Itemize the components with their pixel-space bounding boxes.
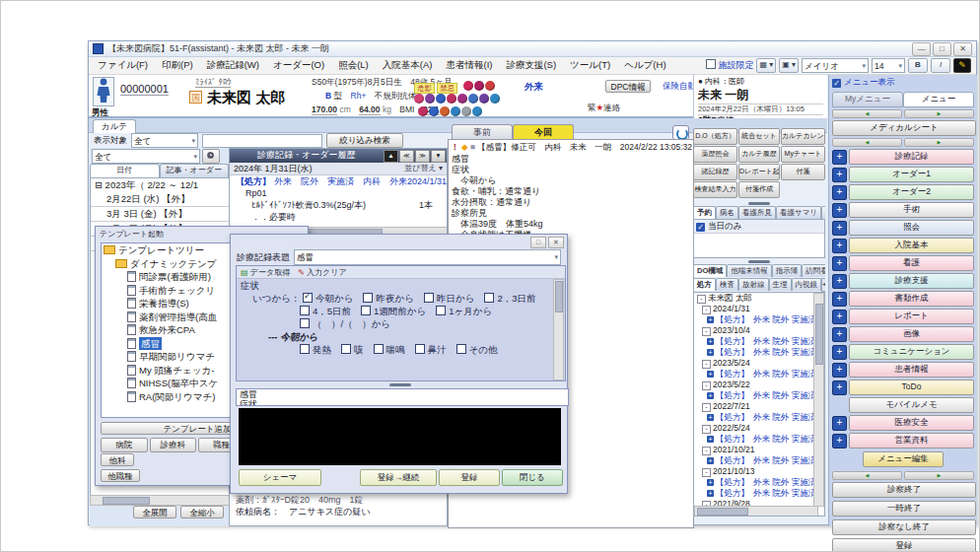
- close-dialog-button[interactable]: 閉じる: [502, 469, 563, 486]
- form-checkbox[interactable]: 2，3日前: [484, 293, 535, 304]
- shortcut-button[interactable]: 付箋作成: [738, 181, 780, 198]
- plus-icon[interactable]: +: [832, 380, 847, 395]
- shortcut-button[interactable]: 付箋: [781, 164, 825, 180]
- menu-item[interactable]: ヘルプ(H): [617, 57, 672, 72]
- tree-toggle-icon[interactable]: [707, 338, 714, 345]
- shortcut-button[interactable]: D.O（処方）: [693, 128, 737, 145]
- menu-item[interactable]: ファイル(F): [91, 57, 155, 72]
- tab-menu[interactable]: メニュー: [903, 92, 974, 107]
- tree-toggle-icon[interactable]: [702, 306, 711, 314]
- order-type-tab[interactable]: 処方: [693, 278, 716, 291]
- tab-karte[interactable]: カルテ: [93, 119, 136, 134]
- form-checkbox[interactable]: 昨夜から: [363, 293, 413, 304]
- do-history-row[interactable]: 【処方】外来 院外 実施済 内: [694, 314, 816, 325]
- plus-icon[interactable]: +: [832, 292, 847, 307]
- sidebar-menu-item[interactable]: + 医療安全: [832, 415, 974, 431]
- form-checkbox[interactable]: （ ）/（ ）から: [300, 318, 390, 329]
- session-action-button[interactable]: 診察なし終了: [832, 519, 976, 535]
- fetch-data-button[interactable]: ▤ データ取得: [241, 267, 290, 278]
- sidebar-menu-item[interactable]: + 診療記録: [832, 149, 974, 165]
- plus-icon[interactable]: +: [832, 168, 847, 182]
- form-checkbox[interactable]: 咳: [341, 344, 364, 355]
- plus-icon[interactable]: +: [832, 256, 847, 271]
- refresh-icon[interactable]: [672, 125, 689, 140]
- session-action-button[interactable]: 登録: [832, 538, 976, 552]
- plus-icon[interactable]: +: [832, 345, 847, 360]
- do-history-row[interactable]: 【処方】外来 院外 実施済 内: [694, 369, 816, 380]
- category-hospital-button[interactable]: 病院: [101, 438, 148, 452]
- sidebar-menu-item[interactable]: + オーダー2: [832, 184, 974, 200]
- font-family-select[interactable]: メイリオ▾: [802, 58, 869, 73]
- sidebar-menu-item[interactable]: + レポート: [832, 309, 974, 324]
- menu-item[interactable]: オーダー(O): [266, 57, 331, 72]
- order-type-tab[interactable]: 生理: [769, 278, 792, 291]
- tree-toggle-icon[interactable]: [702, 447, 711, 455]
- do-history-row[interactable]: 【処方】外来 院外 実施済 内: [694, 336, 816, 347]
- menu-item[interactable]: ツール(T): [563, 57, 617, 72]
- tab-scroll-left-icon[interactable]: ◀: [821, 278, 825, 292]
- reservation-tab[interactable]: 紹介状: [821, 206, 825, 219]
- sidebar-menu-item[interactable]: + コミュニケーション: [832, 344, 974, 360]
- do-area-tab[interactable]: DO欄域: [693, 264, 727, 277]
- menu-item[interactable]: 診療記録(W): [200, 57, 266, 72]
- reservation-tab[interactable]: 看護所見: [738, 206, 776, 219]
- register-button[interactable]: 登録: [439, 469, 500, 486]
- tree-root-row[interactable]: ⊟ 2023年（ 2/22 ～ 12/1: [91, 178, 230, 192]
- sidebar-menu-item[interactable]: + 照会: [832, 220, 974, 236]
- shortcut-button[interactable]: Dレポート起動: [738, 164, 780, 180]
- facility-limit-checkbox[interactable]: 施設限定: [706, 59, 753, 72]
- schema-button[interactable]: シェーマ: [239, 469, 321, 486]
- tree-toggle-icon[interactable]: [702, 360, 711, 369]
- tree-toggle-icon[interactable]: [702, 403, 711, 412]
- session-action-button[interactable]: 一時終了: [832, 501, 976, 517]
- filter-target-select[interactable]: 全て▾: [131, 133, 198, 148]
- shortcut-button[interactable]: Myチャート: [781, 146, 825, 163]
- template-dropdown-button[interactable]: ▣ ▾: [779, 58, 799, 73]
- tree-toggle-icon[interactable]: [702, 425, 711, 434]
- plus-icon[interactable]: +: [832, 327, 847, 342]
- collapse-all-button[interactable]: 全縮小: [180, 506, 224, 518]
- tree-toggle-icon[interactable]: [707, 316, 714, 323]
- plus-icon[interactable]: +: [832, 310, 847, 324]
- plus-icon[interactable]: +: [832, 416, 847, 431]
- order-type-tab[interactable]: 内視鏡: [792, 278, 822, 291]
- bold-button[interactable]: B: [908, 58, 928, 73]
- gear-icon[interactable]: [202, 149, 220, 164]
- rp-header-line[interactable]: 【処方】 外来 院外 実施済 内科 外来 2024/1/31: [230, 175, 447, 187]
- left-hscrollbar[interactable]: [90, 495, 231, 506]
- sidebar-menu-item[interactable]: + 画像: [832, 326, 974, 342]
- do-history-row[interactable]: 【処方】外来 院外 実施済 内: [694, 434, 816, 445]
- expand-all-button[interactable]: 全展開: [133, 506, 176, 518]
- sidebar-menu-item[interactable]: + 診療支援: [832, 273, 974, 289]
- do-history-row[interactable]: 2024/1/31: [694, 304, 816, 314]
- rp-drug-line[interactable]: ﾋﾙﾄﾞｲﾄﾞｿﾌﾄ軟膏0.3%(25g/本)1本: [230, 199, 447, 211]
- plus-icon[interactable]: +: [832, 363, 847, 378]
- do-history-row[interactable]: 2022/7/21: [694, 401, 816, 412]
- tree-date-row[interactable]: 3月 3日 (金) 【外】: [91, 207, 230, 222]
- menu-item[interactable]: 入院基本(A): [376, 57, 440, 72]
- highlight-pen-button[interactable]: ✎: [953, 58, 971, 73]
- other-department-button[interactable]: 他科: [101, 453, 134, 466]
- sidebar-menu-item[interactable]: + オーダー1: [832, 167, 974, 182]
- form-checkbox[interactable]: 1週間前から: [361, 306, 426, 316]
- rp-usage-line[interactable]: ．．必要時: [230, 211, 447, 223]
- rp-number[interactable]: Rp01: [230, 187, 447, 199]
- menu-pager[interactable]: ◀▶: [832, 138, 974, 147]
- tree-toggle-icon[interactable]: [702, 327, 711, 336]
- tab-prior[interactable]: 事前: [452, 124, 513, 140]
- order-type-tab[interactable]: 放射線: [738, 278, 769, 291]
- plus-icon[interactable]: +: [832, 221, 847, 236]
- do-history-row[interactable]: 【処方】外来 院外 実施済 内: [694, 347, 816, 358]
- menu-item[interactable]: 診療支援(S): [499, 57, 563, 72]
- sort-dropdown[interactable]: 並び替え ▾: [404, 163, 443, 174]
- tree-toggle-icon[interactable]: [702, 468, 711, 477]
- sidebar-menu-item[interactable]: + 患者情報: [832, 362, 974, 378]
- plus-icon[interactable]: +: [832, 434, 847, 448]
- do-history-row[interactable]: 2023/5/22: [694, 380, 816, 390]
- reservation-tab[interactable]: 予約: [693, 206, 716, 219]
- order-type-tab[interactable]: 検査: [716, 278, 738, 291]
- plus-icon[interactable]: +: [832, 150, 847, 165]
- scroll-top-button[interactable]: ▲: [384, 150, 398, 163]
- tab-article-order[interactable]: 記事・オーダー: [160, 164, 230, 177]
- tab-date[interactable]: 日付: [90, 164, 160, 177]
